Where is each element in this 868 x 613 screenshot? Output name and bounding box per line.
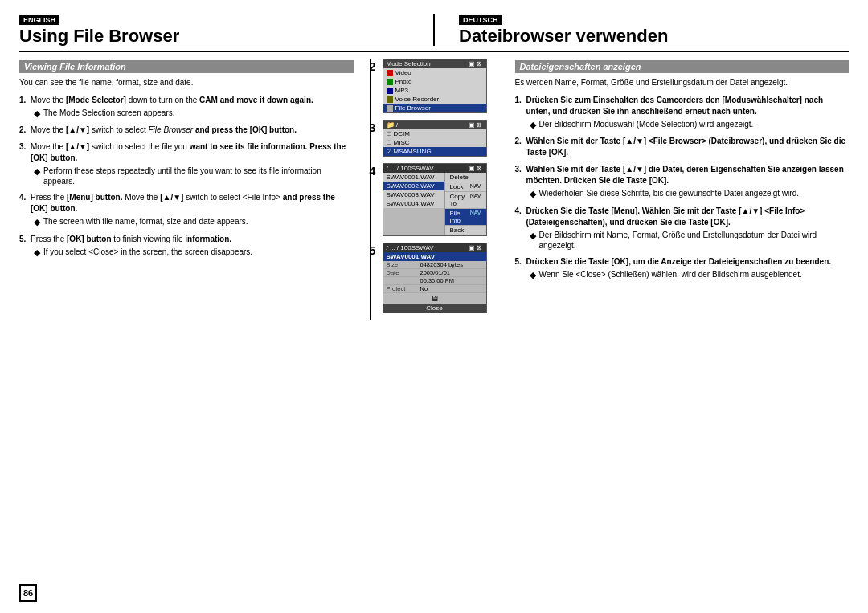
step-num-1: 1. [19, 95, 27, 119]
step-num-2: 2. [19, 125, 27, 136]
right-step-5-bullet: ◆ Wenn Sie <Close> (Schließen) wählen, w… [530, 269, 850, 280]
screen-4-block: 4 / ... / 100SSWAV ▣ ⊠ SWAV0001.WAV SWAV… [383, 163, 499, 236]
menu-copyto: Copy ToNAV [445, 192, 486, 209]
right-header: DEUTSCH Dateibrowser verwenden [435, 14, 849, 46]
screen-5-titlebar: / ... / 100SSWAV ▣ ⊠ [383, 243, 486, 252]
screen-num-2: 2 [370, 60, 376, 73]
file-list: SWAV0001.WAV SWAV0002.WAV SWAV0003.WAV S… [383, 173, 444, 235]
body: Viewing File Information You can see the… [19, 59, 849, 320]
photo-icon [387, 79, 393, 85]
page: ENGLISH Using File Browser DEUTSCH Datei… [0, 0, 868, 613]
video-icon [387, 70, 393, 76]
file-1: SWAV0001.WAV [383, 173, 444, 182]
step-5-content: Press the [OK] button to finish viewing … [31, 234, 354, 258]
menu-fileinfo: File InfoNAV [445, 209, 486, 226]
info-filename: SWAV0001.WAV [383, 252, 486, 261]
menu-back: Back [445, 226, 486, 235]
page-number: 86 [19, 584, 37, 602]
screen-5-block: 5 / ... / 100SSWAV ▣ ⊠ SWAV0001.WAV Size… [383, 243, 499, 313]
screen-4: / ... / 100SSWAV ▣ ⊠ SWAV0001.WAV SWAV00… [383, 163, 487, 236]
right-step-3: 3. Wählen Sie mit der Taste [▲/▼] die Da… [515, 164, 850, 199]
left-intro: You can see the file name, format, size … [19, 77, 354, 88]
filebrowser-icon [387, 105, 393, 112]
menu-lock: LockNAV [445, 182, 486, 192]
right-step-5: 5. Drücken Sie die Taste [OK], um die An… [515, 256, 850, 280]
left-step-2: 2. Move the [▲/▼] switch to select File … [19, 125, 354, 136]
close-button[interactable]: Close [383, 304, 486, 313]
info-protect-row: Protect No [383, 285, 486, 293]
right-column: Dateieigenschaften anzeigen Es werden Na… [499, 59, 850, 320]
mode-mp3: MP3 [383, 86, 486, 95]
left-column: Viewing File Information You can see the… [19, 59, 371, 320]
screen-5: / ... / 100SSWAV ▣ ⊠ SWAV0001.WAV Size 6… [383, 243, 487, 313]
left-step-4: 4. Press the [Menu] button. Move the [▲/… [19, 192, 354, 227]
step-num-3: 3. [19, 141, 27, 186]
left-step-1: 1. Move the [Mode Selector] down to turn… [19, 95, 354, 119]
screen-4-titlebar: / ... / 100SSWAV ▣ ⊠ [383, 164, 486, 173]
screen-2-block: 2 Mode Selection ▣ ⊠ Video Photo [383, 59, 499, 113]
folder-msamsung: ☑ MSAMSUNG [383, 147, 486, 156]
mode-voice: Voice Recorder [383, 95, 486, 104]
folder-misc: ☐ MISC [383, 138, 486, 147]
left-main-title: Using File Browser [19, 27, 409, 46]
info-icon-row: 🖥 [383, 293, 486, 304]
screen-3-block: 3 📁 / ▣ ⊠ ☐ DCIM ☐ MISC ☑ [383, 120, 499, 157]
step-3-bullet: ◆ Perform these steps repeatedly until t… [34, 166, 354, 186]
step-4-bullet: ◆ The screen with file name, format, siz… [34, 216, 354, 227]
step-3-content: Move the [▲/▼] switch to select the file… [31, 141, 354, 186]
mode-filebrowser: File Browser [383, 104, 486, 112]
screen-num-3: 3 [370, 121, 376, 134]
right-step-1-bullet: ◆ Der Bildschirm Moduswahl (Mode Selecti… [530, 119, 850, 130]
menu-delete: Delete [445, 173, 486, 182]
step-num-4: 4. [19, 192, 27, 227]
screen-4-body: SWAV0001.WAV SWAV0002.WAV SWAV0003.WAV S… [383, 173, 486, 235]
screen-3: 📁 / ▣ ⊠ ☐ DCIM ☐ MISC ☑ MSAMSUNG [383, 120, 487, 157]
step-2-content: Move the [▲/▼] switch to select File Bro… [31, 125, 354, 136]
info-time-row: 06:30:00 PM [383, 277, 486, 285]
right-step-1: 1. Drücken Sie zum Einschalten des Camco… [515, 95, 850, 130]
screen-3-titlebar: 📁 / ▣ ⊠ [383, 121, 486, 129]
file-3: SWAV0003.WAV [383, 190, 444, 199]
step-1-bullet: ◆ The Mode Selection screen appears. [34, 108, 354, 119]
screen-2-titlebar: Mode Selection ▣ ⊠ [383, 59, 486, 68]
screen-num-5: 5 [370, 244, 376, 257]
info-screen-icon: 🖥 [431, 294, 439, 303]
english-badge: ENGLISH [19, 15, 59, 25]
screens-column: 2 Mode Selection ▣ ⊠ Video Photo [383, 59, 499, 320]
screen-2: Mode Selection ▣ ⊠ Video Photo MP3 [383, 59, 487, 113]
context-menu: Delete LockNAV Copy ToNAV File InfoNAV B… [444, 173, 486, 235]
info-date-row: Date 2005/01/01 [383, 269, 486, 277]
left-step-5: 5. Press the [OK] button to finish viewi… [19, 234, 354, 258]
right-section-header: Dateieigenschaften anzeigen [515, 60, 850, 73]
mode-video: Video [383, 68, 486, 77]
right-main-title: Dateibrowser verwenden [459, 27, 849, 46]
file-2: SWAV0002.WAV [383, 182, 444, 190]
right-step-2: 2. Wählen Sie mit der Taste [▲/▼] <File … [515, 136, 850, 158]
info-size-row: Size 64820304 bytes [383, 261, 486, 269]
left-header: ENGLISH Using File Browser [19, 14, 435, 46]
header: ENGLISH Using File Browser DEUTSCH Datei… [19, 14, 849, 52]
mic-icon [387, 96, 393, 103]
file-4: SWAV0004.WAV [383, 199, 444, 208]
left-section-header: Viewing File Information [19, 60, 354, 73]
right-intro: Es werden Name, Format, Größe und Erstel… [515, 77, 850, 88]
music-icon [387, 88, 393, 94]
step-1-content: Move the [Mode Selector] down to turn on… [31, 95, 354, 119]
screen-num-4: 4 [370, 165, 376, 178]
right-step-3-bullet: ◆ Wiederholen Sie diese Schritte, bis di… [530, 188, 850, 199]
right-step-4: 4. Drücken Sie die Taste [Menu]. Wählen … [515, 206, 850, 251]
left-step-3: 3. Move the [▲/▼] switch to select the f… [19, 141, 354, 186]
step-4-content: Press the [Menu] button. Move the [▲/▼] … [31, 192, 354, 227]
step-5-bullet: ◆ If you select <Close> in the screen, t… [34, 247, 354, 258]
deutsch-badge: DEUTSCH [459, 15, 502, 25]
step-num-5: 5. [19, 234, 27, 258]
folder-dcim: ☐ DCIM [383, 129, 486, 138]
right-step-4-bullet: ◆ Der Bildschirm mit Name, Format, Größe… [530, 230, 850, 251]
mode-photo: Photo [383, 77, 486, 86]
